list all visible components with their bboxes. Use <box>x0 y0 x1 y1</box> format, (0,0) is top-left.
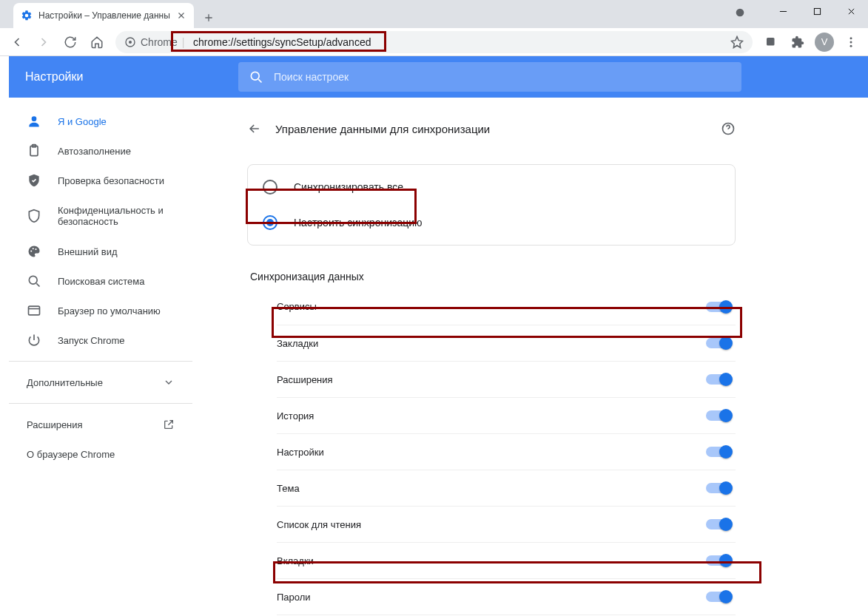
sidebar-item-label: Поисковая система <box>58 276 145 287</box>
section-label: Синхронизация данных <box>250 271 736 282</box>
settings-search[interactable] <box>238 62 741 92</box>
window-controls <box>727 0 868 28</box>
sidebar-item-label: Проверка безопасности <box>58 175 164 186</box>
power-icon <box>27 333 41 348</box>
sync-row: Список для чтения <box>277 506 736 542</box>
profile-switcher-icon[interactable] <box>727 0 753 25</box>
svg-point-7 <box>850 44 852 47</box>
back-arrow-icon[interactable] <box>247 121 262 136</box>
chevron-down-icon <box>163 376 175 388</box>
home-button[interactable] <box>84 30 110 55</box>
panel-title: Управление данными для синхронизации <box>275 123 707 135</box>
extension-button[interactable] <box>758 30 784 55</box>
browser-icon <box>27 303 41 318</box>
radio-sync-custom[interactable]: Настроить синхронизацию <box>263 205 720 240</box>
menu-button[interactable] <box>838 30 864 55</box>
sidebar-item[interactable]: Конфиденциальность и безопасность <box>9 195 192 237</box>
sync-item-label: Закладки <box>277 338 706 349</box>
window-maximize[interactable] <box>800 0 834 22</box>
shield-icon <box>27 209 41 223</box>
toggle-switch[interactable] <box>706 338 731 348</box>
sidebar-item[interactable]: Браузер по умолчанию <box>9 296 192 325</box>
puzzle-icon[interactable] <box>785 30 810 55</box>
sidebar-item[interactable]: Проверка безопасности <box>9 166 192 195</box>
toggle-switch[interactable] <box>706 410 731 421</box>
sync-row: Закладки <box>277 325 736 361</box>
sidebar-item[interactable]: Я и Google <box>9 106 192 136</box>
omnibox[interactable]: Chrome | chrome://settings/syncSetup/adv… <box>115 31 753 53</box>
toggle-switch[interactable] <box>706 302 731 312</box>
svg-point-9 <box>32 116 37 121</box>
svg-rect-1 <box>814 8 820 14</box>
palette-icon <box>27 244 41 259</box>
sidebar-item[interactable]: Поисковая система <box>9 266 192 296</box>
settings-search-input[interactable] <box>274 71 731 83</box>
svg-point-15 <box>29 276 37 284</box>
close-icon[interactable] <box>176 10 186 21</box>
help-icon[interactable] <box>721 121 736 136</box>
radio-sync-all[interactable]: Синхронизировать все <box>263 169 720 205</box>
sync-mode-card: Синхронизировать все Настроить синхрониз… <box>247 164 736 246</box>
bookmark-star-icon[interactable] <box>730 35 744 49</box>
back-button[interactable] <box>4 30 30 55</box>
sidebar-about[interactable]: О браузере Chrome <box>9 439 192 469</box>
settings-title: Настройки <box>9 70 238 84</box>
reload-button[interactable] <box>58 30 83 55</box>
svg-point-13 <box>33 248 34 249</box>
svg-point-8 <box>251 72 259 80</box>
clipboard-icon <box>27 143 41 158</box>
svg-point-5 <box>850 37 852 39</box>
sync-item-label: Вкладки <box>277 555 706 566</box>
sidebar-item[interactable]: Внешний вид <box>9 237 192 266</box>
sync-item-label: Список для чтения <box>277 519 706 530</box>
svg-rect-4 <box>767 38 775 46</box>
sidebar-item-label: Конфиденциальность и безопасность <box>58 205 175 227</box>
sync-item-label: Настройки <box>277 447 706 458</box>
svg-point-14 <box>35 248 36 250</box>
search-icon <box>27 274 41 288</box>
sidebar-item[interactable]: Автозаполнение <box>9 136 192 166</box>
sync-row: Настройки <box>277 433 736 470</box>
sync-row: Сервисы <box>277 288 736 325</box>
toggle-switch[interactable] <box>706 592 731 602</box>
svg-rect-16 <box>29 306 40 315</box>
sidebar-item-label: Внешний вид <box>58 246 118 257</box>
sidebar-item-label: Я и Google <box>58 116 107 127</box>
sidebar-advanced[interactable]: Дополнительные <box>9 368 192 397</box>
toggle-switch[interactable] <box>706 374 731 385</box>
shield-check-icon <box>27 173 41 188</box>
window-close[interactable] <box>834 0 868 22</box>
sync-item-label: Пароли <box>277 592 706 603</box>
sync-row: Вкладки <box>277 542 736 578</box>
browser-titlebar: Настройки – Управление данны <box>0 0 868 28</box>
radio-icon <box>263 180 277 194</box>
svg-point-6 <box>850 41 852 43</box>
toggle-switch[interactable] <box>706 447 731 457</box>
external-link-icon <box>163 419 175 430</box>
svg-point-0 <box>736 9 744 17</box>
sidebar-extensions[interactable]: Расширения <box>9 410 192 439</box>
sidebar-item-label: Браузер по умолчанию <box>58 305 161 317</box>
settings-header: Настройки <box>9 56 868 98</box>
toggle-switch[interactable] <box>706 519 731 529</box>
settings-main: Управление данными для синхронизации Син… <box>192 98 868 616</box>
sync-row: Пароли <box>277 578 736 615</box>
browser-toolbar: Chrome | chrome://settings/syncSetup/adv… <box>0 28 868 56</box>
browser-tab[interactable]: Настройки – Управление данны <box>13 3 194 28</box>
svg-point-3 <box>129 41 132 44</box>
toggle-switch[interactable] <box>706 555 731 566</box>
window-minimize[interactable] <box>766 0 800 22</box>
sync-item-label: Сервисы <box>277 301 706 312</box>
panel-header: Управление данными для синхронизации <box>247 111 736 146</box>
new-tab-button[interactable] <box>198 7 219 28</box>
omnibox-prefix: Chrome | <box>124 31 184 53</box>
sync-row: Расширения <box>277 361 736 397</box>
gear-icon <box>21 10 33 21</box>
search-icon <box>249 70 263 84</box>
profile-avatar[interactable]: V <box>812 30 837 55</box>
sync-row: История <box>277 397 736 433</box>
sidebar-item[interactable]: Запуск Chrome <box>9 325 192 355</box>
toggle-switch[interactable] <box>706 483 731 493</box>
omnibox-url: chrome://settings/syncSetup/advanced <box>193 36 371 48</box>
forward-button[interactable] <box>31 30 56 55</box>
